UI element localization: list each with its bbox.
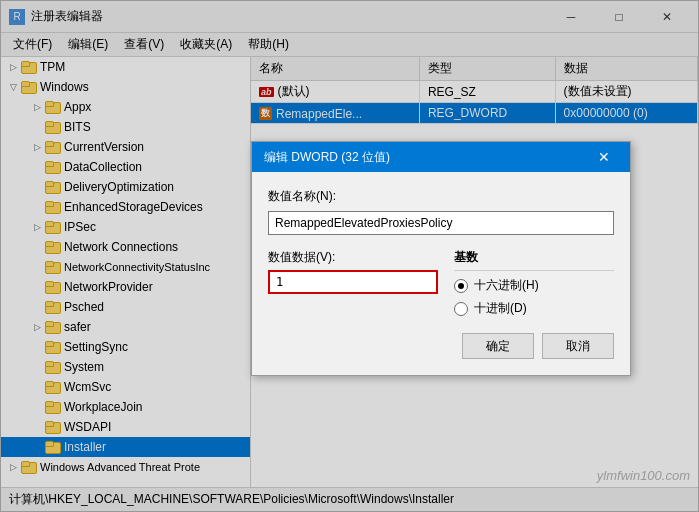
base-section: 基数 十六进制(H) 十进制(D) <box>454 249 614 317</box>
value-name-label: 数值名称(N): <box>268 188 614 205</box>
dialog-title: 编辑 DWORD (32 位值) <box>264 149 590 166</box>
radio-hex-label: 十六进制(H) <box>474 277 539 294</box>
dialog-buttons: 确定 取消 <box>268 333 614 359</box>
radio-dec-label: 十进制(D) <box>474 300 527 317</box>
dialog-body: 数值名称(N): 数值数据(V): 基数 十六进制(H) <box>252 172 630 375</box>
radio-group: 十六进制(H) 十进制(D) <box>454 277 614 317</box>
cancel-button[interactable]: 取消 <box>542 333 614 359</box>
radio-hex-button[interactable] <box>454 279 468 293</box>
dialog-close-button[interactable]: ✕ <box>590 143 618 171</box>
radio-dec-item[interactable]: 十进制(D) <box>454 300 614 317</box>
dialog-title-bar: 编辑 DWORD (32 位值) ✕ <box>252 142 630 172</box>
value-data-section: 数值数据(V): <box>268 249 438 294</box>
dialog-row: 数值数据(V): 基数 十六进制(H) 十进制(D) <box>268 249 614 317</box>
main-window: R 注册表编辑器 ─ □ ✕ 文件(F) 编辑(E) 查看(V) 收藏夹(A) … <box>0 0 699 512</box>
watermark: ylmfwin100.com <box>597 468 690 483</box>
ok-button[interactable]: 确定 <box>462 333 534 359</box>
value-data-label: 数值数据(V): <box>268 249 438 266</box>
radio-hex-item[interactable]: 十六进制(H) <box>454 277 614 294</box>
edit-dword-dialog: 编辑 DWORD (32 位值) ✕ 数值名称(N): 数值数据(V): 基数 <box>251 141 631 376</box>
value-data-input[interactable] <box>268 270 438 294</box>
radio-dec-button[interactable] <box>454 302 468 316</box>
value-name-input[interactable] <box>268 211 614 235</box>
dialog-overlay: 编辑 DWORD (32 位值) ✕ 数值名称(N): 数值数据(V): 基数 <box>1 1 698 511</box>
base-label: 基数 <box>454 249 614 271</box>
